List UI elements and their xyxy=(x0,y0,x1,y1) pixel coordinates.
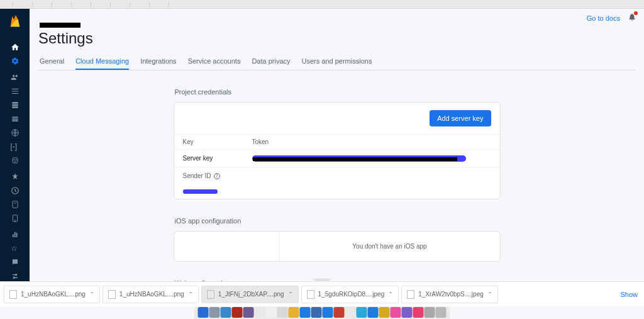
dock-app-icon[interactable] xyxy=(436,307,447,318)
download-item[interactable]: 1_uHzNBAoGKL....png⌃ xyxy=(4,286,100,303)
project-credentials-section: Project credentials Add server key Key T… xyxy=(174,88,501,199)
page-title: Settings xyxy=(38,30,635,47)
dock-app-icon[interactable] xyxy=(379,307,390,318)
ios-empty-message: You don't have an iOS app xyxy=(280,232,500,261)
content-scroll: Project credentials Add server key Key T… xyxy=(30,76,644,282)
sidebar-firestore-icon[interactable] xyxy=(0,101,30,109)
help-icon[interactable]: ? xyxy=(214,173,220,179)
dock-app-icon[interactable] xyxy=(311,307,322,318)
svg-rect-1 xyxy=(12,158,17,163)
dock-app-icon[interactable] xyxy=(277,307,288,318)
sidebar-predictions-icon[interactable]: ☆ xyxy=(0,244,30,253)
sidebar-database-icon[interactable] xyxy=(0,87,30,96)
dock-app-icon[interactable] xyxy=(425,307,435,318)
dock-app-icon[interactable] xyxy=(255,307,265,318)
dock-app-icon[interactable] xyxy=(413,307,424,318)
dock-app-icon[interactable] xyxy=(391,307,401,318)
dock-app-icon[interactable] xyxy=(232,307,243,318)
ios-config-heading: iOS app configuration xyxy=(174,217,501,225)
sidebar: [-] ☆ xyxy=(0,9,30,282)
sidebar-auth-icon[interactable] xyxy=(0,73,30,82)
download-item[interactable]: 1_uHzNBAoGKL....png⌃ xyxy=(103,286,199,303)
tab-cloud-messaging[interactable]: Cloud Messaging xyxy=(75,53,129,70)
go-to-docs-link[interactable]: Go to docs xyxy=(587,14,620,22)
svg-point-7 xyxy=(14,220,15,221)
dock-app-icon[interactable] xyxy=(289,307,299,318)
download-item[interactable]: 1_XrAW2tv0bpS....jpeg⌃ xyxy=(401,286,498,303)
sidebar-settings-icon[interactable] xyxy=(0,57,30,65)
dock-app-icon[interactable] xyxy=(402,307,413,318)
sidebar-hosting-icon[interactable] xyxy=(0,128,30,137)
svg-point-2 xyxy=(13,159,14,160)
dock-app-icon[interactable] xyxy=(243,307,254,318)
dock-app-icon[interactable] xyxy=(357,307,367,318)
dock-app-icon[interactable] xyxy=(345,307,356,318)
svg-point-3 xyxy=(16,159,16,160)
download-item[interactable]: 1_JtFNj_2DbXAP....png⌃ xyxy=(201,286,299,303)
tab-users-permissions[interactable]: Users and permissions xyxy=(302,53,372,70)
sidebar-crashlytics-icon[interactable] xyxy=(0,172,30,181)
sidebar-analytics-icon[interactable] xyxy=(0,230,30,239)
server-key-token-redacted-2 xyxy=(253,157,457,161)
settings-tabs: General Cloud Messaging Integrations Ser… xyxy=(38,53,635,70)
svg-rect-5 xyxy=(12,201,17,208)
sidebar-performance-icon[interactable] xyxy=(0,186,30,195)
dock-app-icon[interactable] xyxy=(198,307,209,318)
sidebar-home-icon[interactable] xyxy=(0,43,30,52)
sidebar-testlab-icon[interactable] xyxy=(0,200,30,209)
add-server-key-button[interactable]: Add server key xyxy=(430,110,491,126)
sidebar-functions-icon[interactable]: [-] xyxy=(0,142,30,151)
browser-tab-strip xyxy=(0,0,644,9)
tab-general[interactable]: General xyxy=(40,53,64,70)
firebase-logo[interactable] xyxy=(8,14,22,34)
col-token-header: Token xyxy=(252,138,269,145)
main-area: Go to docs Settings General Cloud Messag… xyxy=(30,9,644,282)
dock-app-icon[interactable] xyxy=(368,307,379,318)
dock-app-icon[interactable] xyxy=(266,307,277,318)
sidebar-messaging-icon[interactable] xyxy=(0,258,30,267)
dock-app-icon[interactable] xyxy=(209,307,220,318)
sidebar-remoteconfig-icon[interactable] xyxy=(0,272,30,281)
tab-data-privacy[interactable]: Data privacy xyxy=(252,53,290,70)
col-key-header: Key xyxy=(183,138,252,145)
project-credentials-heading: Project credentials xyxy=(174,88,501,96)
downloads-show-all[interactable]: Show xyxy=(620,291,640,298)
downloads-bar: 1_uHzNBAoGKL....png⌃ 1_uHzNBAoGKL....png… xyxy=(0,281,644,306)
sender-id-value-redacted xyxy=(183,189,218,194)
tab-integrations[interactable]: Integrations xyxy=(140,53,176,70)
download-item[interactable]: 1_5gduRKOipD8....jpeg⌃ xyxy=(301,286,399,303)
project-name-redacted xyxy=(40,23,80,28)
dock-app-icon[interactable] xyxy=(221,307,231,318)
tab-service-accounts[interactable]: Service accounts xyxy=(188,53,241,70)
server-key-label: Server key xyxy=(183,155,252,162)
sender-id-label: Sender ID xyxy=(183,172,211,179)
dock-app-icon[interactable] xyxy=(300,307,311,318)
sidebar-appdist-icon[interactable] xyxy=(0,214,30,223)
sidebar-storage-icon[interactable] xyxy=(0,115,30,123)
dock-app-icon[interactable] xyxy=(334,307,345,318)
dock-app-icon[interactable] xyxy=(323,307,333,318)
sidebar-ml-icon[interactable] xyxy=(0,156,30,165)
ios-config-section: iOS app configuration You don't have an … xyxy=(174,217,501,262)
macos-dock[interactable] xyxy=(194,306,450,319)
